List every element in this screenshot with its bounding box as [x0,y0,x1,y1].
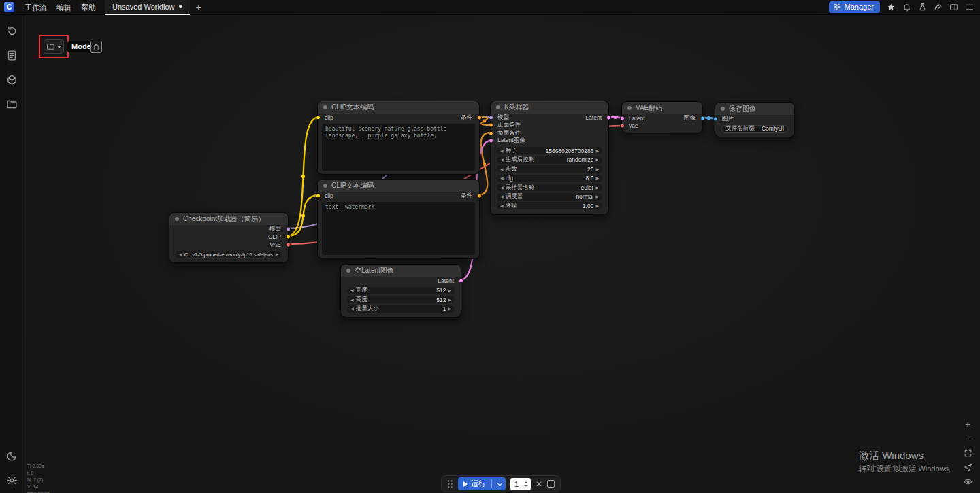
input-port-clip[interactable] [316,193,321,198]
model-library-icon[interactable] [3,71,21,88]
workflow-tab[interactable]: Unsaved Workflow [105,0,190,15]
output-port-conditioning[interactable] [477,193,482,198]
collapse-dot-icon[interactable] [346,269,350,273]
drag-handle-icon[interactable] [447,479,453,488]
widget-batch-size[interactable]: 批量大小1 [347,305,455,313]
input-port-clip[interactable] [316,115,321,120]
increment-icon[interactable] [595,186,599,190]
increment-icon[interactable] [595,149,599,153]
flask-icon[interactable] [917,3,927,12]
widget-width[interactable]: 宽度512 [347,287,455,294]
output-port-vae[interactable] [286,242,291,247]
settings-gear-icon[interactable] [3,471,21,489]
collapse-dot-icon[interactable] [496,105,500,109]
output-port-clip[interactable] [286,235,291,239]
widget-scheduler[interactable]: 调度器normal [497,193,602,201]
node-header[interactable]: Checkpoint加载器（简易） [169,213,288,225]
increment-icon[interactable] [595,204,599,208]
decrement-icon[interactable] [350,307,354,311]
menu-help[interactable]: 帮助 [76,0,101,15]
increment-icon[interactable] [448,307,451,311]
increment-icon[interactable] [595,158,599,162]
output-port-model[interactable] [286,226,291,231]
collapse-dot-icon[interactable] [323,184,327,188]
filename-prefix-widget[interactable]: 文件名前缀 ComfyUI [721,125,788,133]
decrement-icon[interactable] [500,158,504,162]
run-options-dropdown[interactable] [492,477,506,490]
input-port-image[interactable] [713,116,718,121]
menu-icon[interactable] [964,3,974,12]
comfyui-logo[interactable]: C [4,2,14,12]
output-port-latent[interactable] [459,278,463,283]
history-icon[interactable] [3,22,21,39]
new-tab-button[interactable]: + [190,2,208,13]
node-graph-canvas[interactable] [0,0,980,493]
workflows-folder-icon[interactable] [3,95,21,113]
input-port-positive[interactable] [489,123,493,128]
node-checkpoint-loader[interactable]: Checkpoint加载器（简易） 模型 CLIP VAE C...v1-5-p… [169,212,289,263]
input-port-vae[interactable] [620,124,625,129]
widget-sampler-name[interactable]: 采样器名称euler [497,184,602,191]
fit-view-icon[interactable] [962,448,974,458]
zoom-in-icon[interactable]: + [962,420,974,429]
prev-value-icon[interactable] [179,252,182,256]
input-port-latent[interactable] [620,116,625,120]
menu-workflow[interactable]: 工作流 [20,0,52,15]
increment-icon[interactable] [524,481,528,483]
increment-icon[interactable] [595,176,599,180]
pan-icon[interactable] [962,462,974,472]
next-value-icon[interactable] [275,252,278,256]
star-icon[interactable] [886,3,896,12]
node-header[interactable]: 保存图像 [715,103,794,115]
eye-icon[interactable] [962,477,974,486]
decrement-icon[interactable] [500,204,504,208]
output-port-image[interactable] [700,116,705,120]
output-port-latent[interactable] [606,115,611,120]
interrupt-button[interactable]: ✕ [536,480,542,488]
node-clip-text-encode-positive[interactable]: CLIP文本编码 clip 条件 beautiful scenery natur… [317,101,480,175]
input-port-model[interactable] [489,115,493,120]
increment-icon[interactable] [448,298,451,302]
decrement-icon[interactable] [350,288,354,292]
node-header[interactable]: VAE解码 [622,102,702,114]
increment-icon[interactable] [595,167,599,171]
node-clip-text-encode-negative[interactable]: CLIP文本编码 clip 条件 text, watermark [317,179,480,259]
collapse-dot-icon[interactable] [627,106,632,110]
widget-cfg[interactable]: cfg8.0 [497,175,602,182]
collapse-dot-icon[interactable] [175,217,179,221]
widget-seed[interactable]: 种子156680208700286 [497,147,602,154]
collapse-dot-icon[interactable] [323,105,327,109]
increment-icon[interactable] [595,194,599,199]
input-port-negative[interactable] [489,131,493,135]
panel-toggle-icon[interactable] [949,3,958,12]
manager-button[interactable]: Manager [829,1,880,13]
workflow-folder-dropdown-button[interactable] [44,39,64,54]
decrement-icon[interactable] [500,186,504,190]
clear-queue-button[interactable] [547,480,555,488]
widget-control-after-generate[interactable]: 生成后控制randomize [497,156,602,164]
run-button[interactable]: 运行 [458,477,491,490]
output-port-conditioning[interactable] [477,115,482,120]
negative-prompt-textarea[interactable]: text, watermark [322,202,475,255]
clipboard-button[interactable] [90,41,102,53]
decrement-icon[interactable] [500,176,504,180]
share-icon[interactable] [933,3,943,12]
checkpoint-name-widget[interactable]: C...v1-5-pruned-emaonly-fp16.safetensors [176,251,282,258]
node-header[interactable]: 空Latent图像 [341,265,461,277]
bell-icon[interactable] [902,3,911,12]
node-header[interactable]: K采样器 [491,101,608,114]
node-vae-decode[interactable]: VAE解码 Latent 图像 vae [621,101,703,133]
node-header[interactable]: CLIP文本编码 [318,180,479,192]
input-port-latent-image[interactable] [489,139,493,143]
widget-height[interactable]: 高度512 [347,296,455,303]
decrement-icon[interactable] [350,298,354,302]
batch-count-input[interactable] [510,479,523,490]
decrement-icon[interactable] [500,149,504,153]
node-empty-latent-image[interactable]: 空Latent图像 Latent 宽度512高度512批量大小1 [340,264,461,318]
node-ksampler[interactable]: K采样器 模型 Latent 正面条件 负面条件 Latent图像 种子1566… [490,101,609,215]
widget-steps[interactable]: 步数20 [497,165,602,173]
decrement-icon[interactable] [500,167,504,171]
positive-prompt-textarea[interactable]: beautiful scenery nature glass bottle la… [322,124,475,171]
widget-denoise[interactable]: 降噪1.00 [497,202,602,209]
zoom-out-icon[interactable]: − [962,434,974,443]
